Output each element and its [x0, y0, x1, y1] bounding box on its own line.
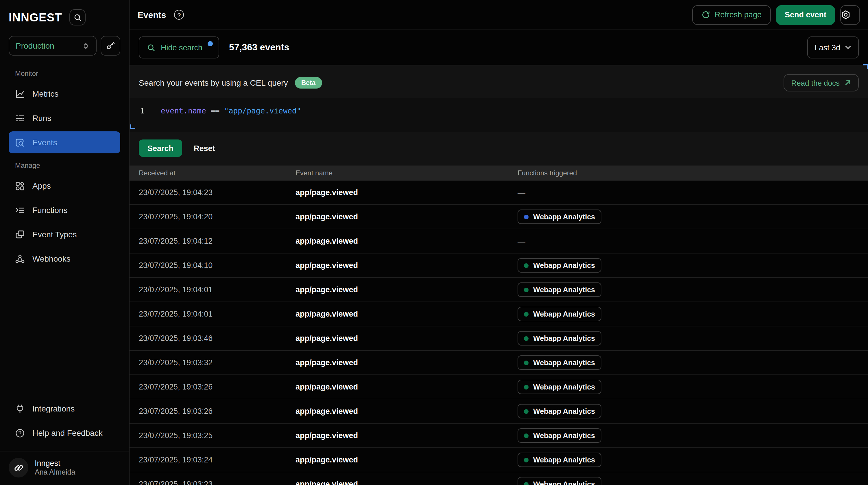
page-help-icon[interactable]: ? — [174, 10, 184, 20]
sidebar-item-webhooks[interactable]: Webhooks — [9, 248, 120, 270]
search-icon — [147, 43, 156, 52]
row-functions-cell: Webapp Analytics — [508, 209, 868, 224]
function-badge[interactable]: Webapp Analytics — [518, 282, 601, 297]
main-content: Events ? Refresh page Send event — [129, 0, 868, 485]
row-functions-cell: Webapp Analytics — [508, 282, 868, 297]
sidebar-item-events[interactable]: Events — [9, 132, 120, 153]
row-event-name: app/page.viewed — [286, 261, 508, 270]
function-badge[interactable]: Webapp Analytics — [518, 404, 601, 419]
metrics-icon — [15, 89, 25, 99]
events-toolbar: Hide search 57,363 events Last 3d — [129, 30, 868, 65]
row-event-name: app/page.viewed — [286, 285, 508, 294]
table-row[interactable]: 23/07/2025, 19:04:01 app/page.viewed Web… — [129, 278, 868, 302]
webhooks-icon — [15, 254, 25, 264]
function-badge[interactable]: Webapp Analytics — [518, 453, 601, 467]
account-text: Inngest Ana Almeida — [35, 458, 75, 477]
search-button[interactable]: Search — [139, 140, 182, 157]
table-row[interactable]: 23/07/2025, 19:04:12 app/page.viewed — — [129, 229, 868, 254]
row-received-at: 23/07/2025, 19:03:26 — [129, 407, 286, 416]
function-badge-label: Webapp Analytics — [533, 480, 595, 485]
function-badge[interactable]: Webapp Analytics — [518, 477, 601, 485]
sidebar-item-metrics[interactable]: Metrics — [9, 83, 120, 105]
app-window: INNGEST Production — [0, 0, 868, 485]
sidebar-item-label: Runs — [32, 113, 51, 123]
sidebar-item-integrations[interactable]: Integrations — [9, 398, 120, 420]
row-received-at: 23/07/2025, 19:03:24 — [129, 455, 286, 464]
functions-icon — [15, 205, 25, 215]
time-range-selector[interactable]: Last 3d — [807, 36, 859, 58]
editor-corner-top-right — [863, 64, 868, 69]
nav-section-manage: Manage — [15, 162, 120, 170]
avatar — [9, 458, 28, 478]
column-header-functions-triggered: Functions triggered — [508, 169, 868, 177]
nav-section-monitor: Monitor — [15, 69, 120, 78]
sidebar-item-label: Event Types — [32, 230, 77, 239]
environment-selector[interactable]: Production — [9, 36, 97, 56]
table-row[interactable]: 23/07/2025, 19:03:32 app/page.viewed Web… — [129, 351, 868, 375]
table-row[interactable]: 23/07/2025, 19:03:26 app/page.viewed Web… — [129, 375, 868, 399]
sidebar-item-apps[interactable]: Apps — [9, 175, 120, 197]
function-badge[interactable]: Webapp Analytics — [518, 209, 601, 224]
sidebar-item-help[interactable]: Help and Feedback — [9, 422, 120, 444]
table-row[interactable]: 23/07/2025, 19:03:24 app/page.viewed Web… — [129, 448, 868, 472]
function-badge[interactable]: Webapp Analytics — [518, 307, 601, 321]
sidebar-item-event-types[interactable]: Event Types — [9, 223, 120, 246]
reset-button[interactable]: Reset — [194, 144, 215, 152]
function-status-dot — [524, 384, 529, 389]
page-title: Events — [137, 10, 166, 20]
row-functions-cell: Webapp Analytics — [508, 331, 868, 345]
sidebar-item-label: Webhooks — [32, 254, 70, 263]
runs-icon — [15, 113, 25, 123]
row-functions-cell: Webapp Analytics — [508, 428, 868, 443]
table-row[interactable]: 23/07/2025, 19:04:20 app/page.viewed Web… — [129, 205, 868, 229]
function-status-dot — [524, 312, 529, 316]
sidebar-item-label: Functions — [32, 205, 67, 215]
function-badge-label: Webapp Analytics — [533, 383, 595, 391]
function-badge[interactable]: Webapp Analytics — [518, 380, 601, 394]
hide-search-button[interactable]: Hide search — [139, 36, 219, 58]
column-header-received-at: Received at — [129, 169, 286, 177]
search-panel-header: Search your events by using a CEL query … — [129, 65, 868, 91]
empty-dash: — — [518, 189, 525, 197]
function-badge-label: Webapp Analytics — [533, 407, 595, 415]
event-keys-button[interactable] — [101, 36, 120, 56]
read-the-docs-button[interactable]: Read the docs — [783, 74, 859, 91]
sidebar-item-runs[interactable]: Runs — [9, 107, 120, 129]
row-event-name: app/page.viewed — [286, 480, 508, 485]
row-functions-cell: Webapp Analytics — [508, 380, 868, 394]
function-badge-label: Webapp Analytics — [533, 286, 595, 294]
sidebar-item-label: Apps — [32, 181, 51, 191]
cel-query-editor[interactable]: 1 event.name == "app/page.viewed" — [129, 98, 868, 132]
sidebar-item-functions[interactable]: Functions — [9, 199, 120, 221]
row-event-name: app/page.viewed — [286, 310, 508, 318]
help-icon — [15, 428, 25, 438]
table-row[interactable]: 23/07/2025, 19:04:01 app/page.viewed Web… — [129, 302, 868, 326]
account-menu[interactable]: Inngest Ana Almeida — [0, 451, 129, 485]
table-row[interactable]: 23/07/2025, 19:03:46 app/page.viewed Web… — [129, 326, 868, 351]
table-row[interactable]: 23/07/2025, 19:04:10 app/page.viewed Web… — [129, 254, 868, 278]
function-badge[interactable]: Webapp Analytics — [518, 355, 601, 370]
function-badge-label: Webapp Analytics — [533, 359, 595, 367]
empty-dash: — — [518, 237, 525, 246]
code-token-operator: == — [206, 107, 224, 115]
sidebar-search-button[interactable] — [70, 9, 86, 26]
settings-button[interactable] — [840, 5, 860, 25]
row-received-at: 23/07/2025, 19:04:12 — [129, 237, 286, 246]
refresh-label: Refresh page — [715, 10, 762, 19]
inngest-logo: INNGEST — [9, 11, 62, 24]
send-event-button[interactable]: Send event — [776, 5, 835, 25]
row-functions-cell: Webapp Analytics — [508, 307, 868, 321]
sidebar-item-label: Metrics — [32, 89, 58, 98]
function-badge[interactable]: Webapp Analytics — [518, 258, 601, 273]
table-row[interactable]: 23/07/2025, 19:03:23 app/page.viewed Web… — [129, 472, 868, 485]
table-row[interactable]: 23/07/2025, 19:03:26 app/page.viewed Web… — [129, 399, 868, 424]
column-header-event-name: Event name — [286, 169, 508, 177]
table-row[interactable]: 23/07/2025, 19:04:23 app/page.viewed — — [129, 180, 868, 205]
event-types-icon — [15, 229, 25, 239]
refresh-page-button[interactable]: Refresh page — [692, 5, 771, 25]
table-row[interactable]: 23/07/2025, 19:03:25 app/page.viewed Web… — [129, 424, 868, 448]
function-badge[interactable]: Webapp Analytics — [518, 428, 601, 443]
header-actions: Refresh page Send event — [692, 5, 860, 25]
function-badge[interactable]: Webapp Analytics — [518, 331, 601, 345]
function-status-dot — [524, 263, 529, 268]
